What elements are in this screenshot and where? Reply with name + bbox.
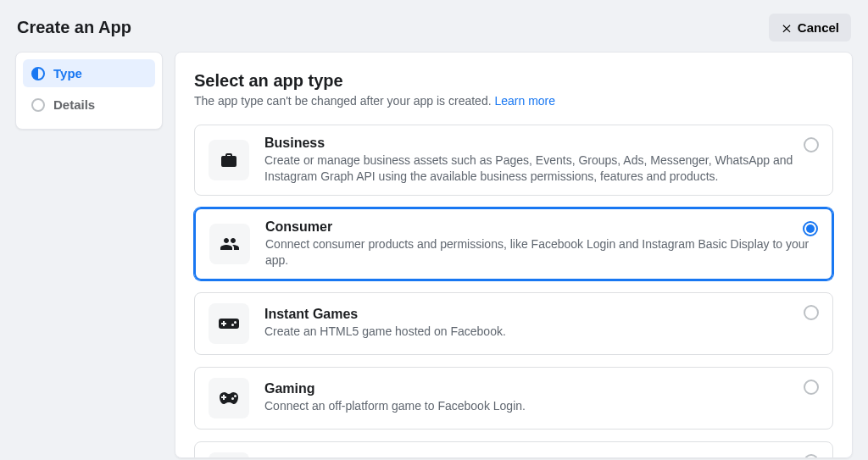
- gamepad-icon: [209, 303, 249, 344]
- main-panel: Select an app type The app type can't be…: [175, 52, 853, 458]
- page-header: Create an App Cancel: [0, 0, 868, 52]
- option-workplace[interactable]: Workplace Create enterprise tools for Wo…: [194, 441, 833, 458]
- step-indicator-icon: [31, 67, 45, 80]
- option-title: Consumer: [265, 219, 818, 235]
- radio-indicator: [804, 380, 819, 395]
- radio-indicator: [804, 454, 819, 458]
- option-title: Gaming: [264, 381, 819, 396]
- steps-sidebar: Type Details: [15, 52, 163, 130]
- section-title: Select an app type: [194, 71, 833, 91]
- radio-indicator: [804, 305, 819, 320]
- step-type[interactable]: Type: [23, 59, 155, 87]
- step-label: Type: [53, 66, 82, 80]
- step-label: Details: [53, 97, 95, 112]
- learn-more-link[interactable]: Learn more: [494, 94, 555, 108]
- option-gaming[interactable]: Gaming Connect an off-platform game to F…: [194, 367, 833, 430]
- workplace-icon: [209, 452, 249, 458]
- cancel-label: Cancel: [798, 20, 839, 35]
- option-consumer[interactable]: Consumer Connect consumer products and p…: [194, 208, 833, 280]
- game-controller-icon: [209, 378, 249, 418]
- option-instant-games[interactable]: Instant Games Create an HTML5 game hoste…: [194, 292, 833, 355]
- option-desc: Create an HTML5 game hosted on Facebook.: [264, 324, 819, 340]
- section-subtitle: The app type can't be changed after your…: [194, 94, 833, 108]
- people-icon: [209, 224, 250, 264]
- option-desc: Connect consumer products and permission…: [265, 236, 818, 269]
- step-indicator-icon: [31, 98, 45, 112]
- cancel-button[interactable]: Cancel: [769, 14, 851, 42]
- page-title: Create an App: [17, 18, 131, 37]
- option-desc: Connect an off-platform game to Facebook…: [264, 398, 819, 414]
- step-details[interactable]: Details: [23, 91, 155, 119]
- option-title: Workplace: [264, 456, 819, 458]
- briefcase-icon: [209, 140, 249, 180]
- option-title: Instant Games: [264, 307, 819, 322]
- option-desc: Create or manage business assets such as…: [264, 152, 819, 185]
- radio-indicator: [804, 137, 819, 152]
- close-icon: [781, 22, 793, 34]
- option-title: Business: [264, 136, 819, 151]
- radio-indicator: [803, 221, 818, 236]
- option-business[interactable]: Business Create or manage business asset…: [194, 125, 833, 196]
